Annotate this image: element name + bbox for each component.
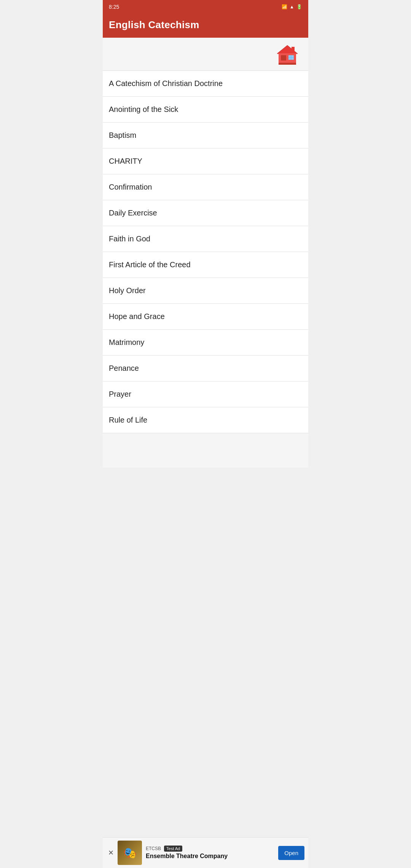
list-item[interactable]: Penance xyxy=(103,356,308,381)
list-item[interactable]: CHARITY xyxy=(103,148,308,174)
app-header: English Catechism xyxy=(103,14,308,38)
list-item-label: Matrimony xyxy=(109,338,144,346)
list-item-label: First Article of the Creed xyxy=(109,260,191,269)
list-item[interactable]: A Catechism of Christian Doctrine xyxy=(103,70,308,97)
ad-image: 🎭 xyxy=(118,841,142,865)
list-item-label: Anointing of the Sick xyxy=(109,105,178,113)
list-item[interactable]: Daily Exercise xyxy=(103,200,308,226)
list-item-label: Prayer xyxy=(109,390,131,398)
ad-source: ETCSB xyxy=(146,846,161,851)
home-icon-row xyxy=(103,38,308,70)
list-item-label: Rule of Life xyxy=(109,416,147,424)
list-item-label: A Catechism of Christian Doctrine xyxy=(109,79,223,88)
svg-rect-2 xyxy=(281,55,286,61)
list-item[interactable]: Faith in God xyxy=(103,226,308,252)
status-time: 8:25 xyxy=(109,4,119,10)
list-item[interactable]: Rule of Life xyxy=(103,407,308,433)
list-item[interactable]: Holy Order xyxy=(103,278,308,304)
status-bar: 8:25 📶 ▲ 🔋 xyxy=(103,0,308,14)
ad-test-badge: Test Ad xyxy=(164,846,182,852)
list-item-label: Confirmation xyxy=(109,183,152,191)
battery-icon: 🔋 xyxy=(296,4,302,10)
wifi-icon: ▲ xyxy=(290,4,294,10)
content-area: A Catechism of Christian DoctrineAnointi… xyxy=(103,38,308,468)
list-item[interactable]: Anointing of the Sick xyxy=(103,97,308,123)
svg-rect-6 xyxy=(292,47,295,52)
list-item-label: Faith in God xyxy=(109,235,150,243)
list-item-label: Holy Order xyxy=(109,286,146,295)
ad-title: Ensemble Theatre Company xyxy=(146,852,275,860)
category-list: A Catechism of Christian DoctrineAnointi… xyxy=(103,70,308,433)
list-item[interactable]: Hope and Grace xyxy=(103,304,308,330)
status-icons: 📶 ▲ 🔋 xyxy=(282,4,302,10)
ad-close-button[interactable]: ✕ xyxy=(107,848,115,858)
home-icon[interactable] xyxy=(276,44,299,67)
svg-rect-7 xyxy=(279,63,296,65)
ad-text-content: ETCSB Test Ad Ensemble Theatre Company xyxy=(146,846,275,860)
sim-icon: 📶 xyxy=(282,4,287,10)
list-item-label: CHARITY xyxy=(109,157,142,165)
list-item[interactable]: Matrimony xyxy=(103,330,308,356)
ad-label-row: ETCSB Test Ad xyxy=(146,846,275,852)
list-item[interactable]: Confirmation xyxy=(103,174,308,200)
list-item[interactable]: Prayer xyxy=(103,381,308,407)
ad-image-inner: 🎭 xyxy=(118,841,142,865)
ad-banner: ✕ 🎭 ETCSB Test Ad Ensemble Theatre Compa… xyxy=(103,837,308,868)
list-item-label: Penance xyxy=(109,364,139,372)
list-item-label: Baptism xyxy=(109,131,136,139)
list-item-label: Hope and Grace xyxy=(109,312,165,321)
list-item[interactable]: First Article of the Creed xyxy=(103,252,308,278)
ad-open-button[interactable]: Open xyxy=(278,846,304,860)
list-item[interactable]: Baptism xyxy=(103,123,308,148)
list-item-label: Daily Exercise xyxy=(109,209,157,217)
page-title: English Catechism xyxy=(109,19,199,30)
